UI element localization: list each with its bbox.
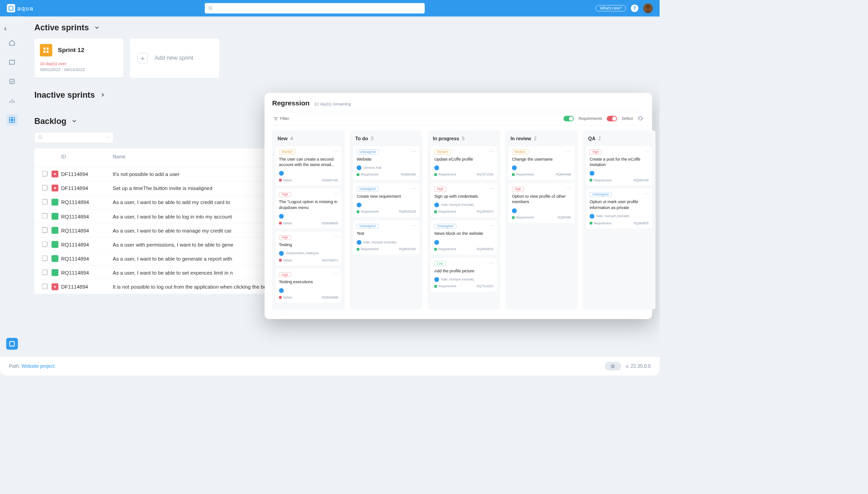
kanban-card[interactable]: ⋯ High Testing executions DefectDE004880… — [276, 269, 342, 303]
type-icon — [434, 173, 437, 176]
type-icon — [279, 179, 282, 181]
priority-tag: High — [279, 235, 291, 240]
card-menu-icon[interactable]: ⋯ — [489, 223, 494, 229]
board-title: Regression — [272, 99, 310, 107]
active-sprints-header[interactable]: Active sprints — [34, 23, 649, 32]
type-label: Requirement — [439, 173, 456, 176]
svg-line-17 — [41, 138, 42, 139]
path-value[interactable]: Website project — [22, 363, 55, 369]
backlog-search[interactable] — [34, 132, 113, 143]
defect-icon — [52, 171, 58, 177]
card-menu-icon[interactable]: ⋯ — [411, 186, 416, 191]
card-ref: RQ0040190 — [399, 247, 416, 251]
row-id: RQ1114894 — [61, 242, 113, 247]
sprint-overdue: 19 day(s) over — [40, 61, 118, 66]
priority-tag: Unassigned — [434, 224, 456, 229]
sync-button[interactable] — [638, 115, 643, 122]
add-sprint-button[interactable]: + Add new sprint — [130, 38, 219, 78]
search-icon — [38, 135, 43, 140]
column-name: QA — [588, 136, 595, 141]
type-label: Requirement — [361, 210, 378, 214]
nav-chart-icon[interactable] — [6, 95, 18, 107]
row-checkbox[interactable] — [42, 284, 47, 289]
nav-board-icon[interactable] — [6, 114, 18, 126]
brand-logo[interactable]: aqua — [7, 4, 33, 12]
sprint-card[interactable]: Sprint 12 19 day(s) over 09/01/2022 - 09… — [34, 38, 124, 78]
kanban-card[interactable]: ⋯ Unassigned News block on the website R… — [431, 220, 497, 254]
requirements-toggle[interactable] — [563, 116, 574, 121]
kanban-card[interactable]: ⋯ Medium Update eCoffe profile Requireme… — [431, 146, 497, 180]
kanban-card[interactable]: ⋯ Medium The user can create a second ac… — [276, 146, 342, 185]
th-id[interactable]: ID — [61, 154, 113, 161]
kanban-card[interactable]: ⋯ Unassigned Test Kate, Hornysh (HoKate)… — [353, 220, 419, 254]
svg-rect-11 — [9, 342, 14, 346]
whats-new-button[interactable]: What's new? — [595, 5, 626, 11]
assignee-avatar — [279, 288, 284, 293]
help-button[interactable]: ? — [631, 5, 638, 12]
kanban-card[interactable]: ⋯ Unassigned Option ot mark user profile… — [586, 189, 652, 228]
row-checkbox[interactable] — [42, 213, 47, 218]
row-checkbox[interactable] — [42, 185, 47, 190]
nav-home-icon[interactable] — [6, 37, 18, 49]
card-menu-icon[interactable]: ⋯ — [489, 149, 494, 154]
priority-tag: High — [590, 150, 601, 155]
nav-map-icon[interactable] — [6, 57, 18, 68]
user-avatar[interactable] — [643, 4, 653, 13]
assignee-avatar — [434, 203, 439, 208]
defect-toggle[interactable] — [607, 116, 617, 121]
card-menu-icon[interactable]: ⋯ — [489, 186, 494, 191]
column-name: In review — [510, 136, 531, 141]
row-checkbox[interactable] — [42, 199, 47, 204]
card-menu-icon[interactable]: ⋯ — [334, 271, 339, 277]
nav-package-icon[interactable] — [6, 76, 18, 87]
row-checkbox[interactable] — [42, 255, 47, 261]
defect-icon — [52, 185, 58, 191]
card-title: Update eCoffe profile — [434, 157, 494, 162]
assignee-avatar — [357, 203, 362, 208]
card-menu-icon[interactable]: ⋯ — [566, 186, 571, 191]
card-menu-icon[interactable]: ⋯ — [644, 149, 649, 154]
card-menu-icon[interactable]: ⋯ — [411, 149, 416, 154]
assignee-name: Kate, Hornysh (HoKate) — [363, 241, 396, 244]
svg-rect-10 — [12, 120, 14, 123]
kanban-card[interactable]: ⋯ High Testing Geraschenko, Kateryna Def… — [276, 232, 342, 266]
kanban-card[interactable]: ⋯ Medium Change the username Requirement… — [509, 146, 575, 180]
kanban-card[interactable]: ⋯ Low Add the profile picture Kate, Horn… — [431, 258, 497, 292]
card-ref: RQ0040120 — [399, 210, 416, 214]
nav-collapse-icon[interactable] — [6, 338, 18, 350]
card-ref: RQ00406 — [558, 216, 571, 219]
card-title: Change the username — [512, 157, 571, 162]
card-menu-icon[interactable]: ⋯ — [411, 223, 416, 229]
card-menu-icon[interactable]: ⋯ — [489, 261, 494, 266]
row-checkbox[interactable] — [42, 227, 47, 233]
row-checkbox[interactable] — [42, 241, 47, 247]
type-label: Requirement — [361, 173, 378, 176]
search-icon — [208, 6, 213, 11]
card-menu-icon[interactable]: ⋯ — [644, 192, 649, 197]
type-icon — [512, 216, 514, 219]
global-search[interactable] — [205, 3, 425, 14]
card-title: Testing executions — [279, 279, 338, 285]
row-checkbox[interactable] — [42, 269, 47, 275]
kanban-card[interactable]: ⋯ Unassigned Create new requirement Requ… — [353, 183, 419, 217]
row-checkbox[interactable] — [42, 171, 47, 176]
card-menu-icon[interactable]: ⋯ — [334, 192, 339, 197]
back-button[interactable]: ‹ — [4, 24, 7, 33]
card-menu-icon[interactable]: ⋯ — [566, 149, 571, 154]
settings-toggle[interactable]: ⚙ — [604, 362, 621, 371]
assignee-name: Kate, Hornysh (HoKate) — [441, 278, 474, 281]
kanban-card[interactable]: ⋯ Unassigned Website Genova, Kati Requir… — [353, 146, 419, 180]
kanban-column: In review2 ⋯ Medium Change the username … — [505, 130, 578, 309]
chevron-down-icon — [94, 24, 100, 31]
card-menu-icon[interactable]: ⋯ — [334, 234, 339, 240]
card-menu-icon[interactable]: ⋯ — [334, 149, 339, 154]
card-ref: RQ004190 — [634, 179, 649, 182]
assignee-name: Kate, Hornysh (HoKate) — [596, 214, 629, 218]
card-ref: RQ044408 — [556, 173, 571, 176]
kanban-card[interactable]: ⋯ High Sign up with credentials Kate, Ho… — [431, 183, 497, 217]
kanban-card[interactable]: ⋯ High Option to view profile of other m… — [509, 183, 575, 223]
inactive-sprints-title: Inactive sprints — [34, 90, 95, 100]
kanban-card[interactable]: ⋯ High Create a post for the eCoffe invi… — [586, 146, 652, 185]
kanban-card[interactable]: ⋯ High The "Logout option is missing in … — [276, 189, 342, 228]
filter-button[interactable]: Filter — [274, 116, 289, 121]
